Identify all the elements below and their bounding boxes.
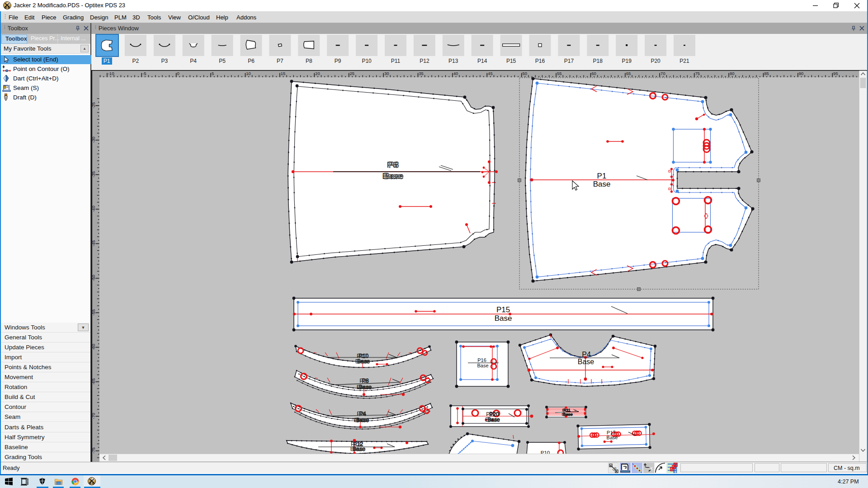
svg-text:-35: -35 xyxy=(91,171,96,178)
svg-text:0: 0 xyxy=(177,71,179,76)
svg-text:Base: Base xyxy=(495,314,512,323)
svg-text:85: 85 xyxy=(764,71,769,76)
svg-text:Base: Base xyxy=(359,384,372,390)
svg-text:Base: Base xyxy=(593,180,611,188)
svg-text:-40: -40 xyxy=(91,206,96,212)
svg-text:P4: P4 xyxy=(582,351,591,358)
svg-text:Base: Base xyxy=(477,363,488,368)
svg-text:Base: Base xyxy=(487,417,500,423)
svg-text:-50: -50 xyxy=(91,275,96,281)
svg-text:Base: Base xyxy=(384,171,403,181)
svg-text:P15: P15 xyxy=(496,305,510,314)
svg-text:20: 20 xyxy=(315,71,320,76)
svg-text:-10: -10 xyxy=(108,71,114,76)
svg-text:90: 90 xyxy=(799,71,804,76)
svg-text:-30: -30 xyxy=(91,137,96,143)
svg-text:Base: Base xyxy=(356,417,369,423)
svg-text:Base: Base xyxy=(353,446,366,452)
svg-text:-70: -70 xyxy=(91,413,96,419)
svg-text:Base: Base xyxy=(357,358,370,365)
svg-text:75: 75 xyxy=(695,71,700,76)
svg-text:15: 15 xyxy=(281,71,286,76)
svg-text:70: 70 xyxy=(660,71,665,76)
svg-text:30: 30 xyxy=(384,71,389,76)
svg-text:50: 50 xyxy=(523,71,528,76)
svg-text:P16: P16 xyxy=(477,357,486,363)
svg-text:-5: -5 xyxy=(142,71,146,76)
svg-text:60: 60 xyxy=(591,71,596,76)
svg-text:Base: Base xyxy=(606,435,618,441)
svg-text:5: 5 xyxy=(212,71,214,76)
svg-text:Base: Base xyxy=(563,412,573,417)
svg-text:-75: -75 xyxy=(91,447,96,454)
svg-text:25: 25 xyxy=(350,71,355,76)
svg-text:P8: P8 xyxy=(362,378,368,384)
svg-text:-45: -45 xyxy=(91,240,96,247)
svg-text:35: 35 xyxy=(419,71,424,76)
svg-text:-60: -60 xyxy=(91,344,96,350)
svg-text:-65: -65 xyxy=(91,378,96,385)
svg-text:10: 10 xyxy=(246,71,251,76)
svg-text:55: 55 xyxy=(557,71,562,76)
svg-text:65: 65 xyxy=(626,71,631,76)
svg-text:-55: -55 xyxy=(91,310,96,316)
svg-text:40: 40 xyxy=(453,71,458,76)
svg-text:P8: P8 xyxy=(388,160,399,169)
svg-text:Base: Base xyxy=(578,358,594,366)
svg-text:-25: -25 xyxy=(91,102,96,108)
svg-text:P1: P1 xyxy=(597,172,607,180)
svg-text:95: 95 xyxy=(833,71,838,76)
svg-text:P4: P4 xyxy=(359,411,366,417)
svg-text:45: 45 xyxy=(488,71,493,76)
svg-text:80: 80 xyxy=(730,71,735,76)
